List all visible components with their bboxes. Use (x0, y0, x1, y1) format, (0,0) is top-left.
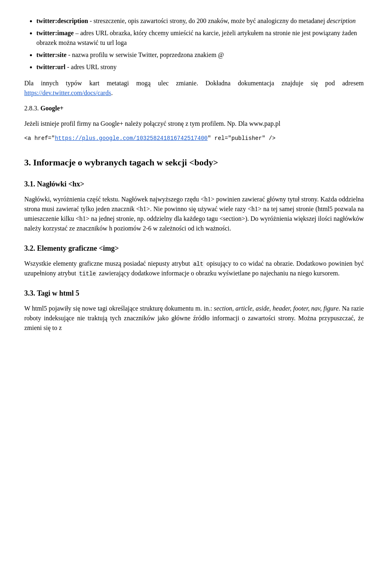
tag-description-rest: - streszczenie, opis zawartości strony, … (88, 17, 327, 24)
section-283-title: Google+ (40, 105, 63, 112)
section32-num: 3.2. (24, 244, 35, 252)
section31-title: Nagłówki <hx> (37, 180, 84, 188)
section32-heading: 3.2. Elementy graficzne <img> (24, 243, 364, 254)
list-item-site: twitter:site - nazwa profilu w serwisie … (36, 50, 364, 60)
section33-title: Tagi w html 5 (37, 289, 79, 297)
section-283-heading: 2.8.3. Google+ (24, 104, 364, 113)
section32-para1-end: zawierający dodatkowe informacje o obraz… (97, 270, 340, 277)
section32-para1-code1: alt (192, 260, 205, 268)
section31-heading: 3.1. Nagłówki <hx> (24, 179, 364, 190)
tag-description-bold: twitter:description (36, 17, 88, 24)
para-other-types-text: Dla innych typów kart metatagi mogą ulec… (24, 80, 364, 87)
para-other-types: Dla innych typów kart metatagi mogą ulec… (24, 78, 364, 98)
section-283-num: 2.8.3. (24, 105, 39, 112)
tag-site-rest: - nazwa profilu w serwisie Twitter, popr… (67, 51, 224, 58)
code-google-plus: <a href="https://plus.google.com/1032582… (24, 134, 364, 143)
list-item-image: twitter:image – adres URL obrazka, który… (36, 28, 364, 48)
list-item-url: twitter:url - adres URL strony (36, 62, 364, 72)
tag-description-em: description (327, 17, 356, 24)
section3-title: Informacje o wybranych tagach w sekcji <… (33, 157, 218, 167)
section3-num: 3. (24, 157, 31, 167)
section33-para1-em: section, article, aside, header, footer,… (214, 305, 339, 312)
twitter-tags-list: twitter:description - streszczenie, opis… (36, 16, 364, 72)
tag-url-rest: - adres URL strony (65, 63, 117, 70)
section33-para1-before: W html5 pojawiły się nowe tagi określają… (24, 305, 214, 312)
section31-para1: Nagłówki, wyróżnienia część tekstu. Nagł… (24, 195, 364, 233)
section32-para1-code2: title (78, 270, 97, 277)
link-google-plus[interactable]: https://plus.google.com/1032582418167425… (55, 135, 208, 142)
tag-image-rest: – adres URL obrazka, który chcemy umieśc… (36, 30, 357, 46)
section32-title: Elementy graficzne <img> (37, 244, 119, 252)
section31-num: 3.1. (24, 180, 35, 188)
section32-para1-before: Wszystkie elementy graficzne muszą posia… (24, 260, 192, 267)
tag-image-bold: twitter:image (36, 30, 74, 36)
section33-num: 3.3. (24, 289, 35, 297)
section33-heading: 3.3. Tagi w html 5 (24, 288, 364, 299)
section3-heading: 3. Informacje o wybranych tagach w sekcj… (24, 156, 364, 169)
section32-para1: Wszystkie elementy graficzne muszą posia… (24, 259, 364, 278)
list-item-description: twitter:description - streszczenie, opis… (36, 16, 364, 26)
link-twitter-docs[interactable]: https://dev.twitter.com/docs/cards (24, 89, 111, 96)
section33-para1: W html5 pojawiły się nowe tagi określają… (24, 304, 364, 333)
tag-url-bold: twitter:url (36, 63, 65, 70)
tag-site-bold: twitter:site (36, 51, 67, 58)
section-283-para1: Jeżeli istnieje profil firmy na Google+ … (24, 119, 364, 129)
